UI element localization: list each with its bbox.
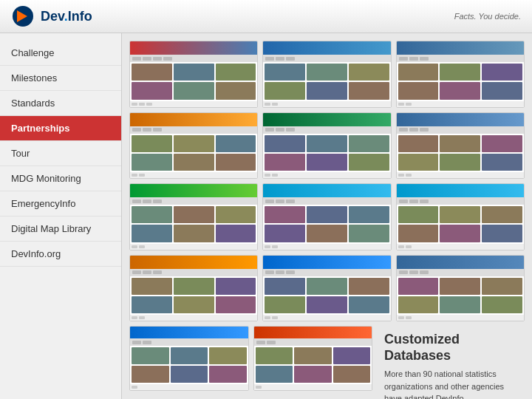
thumbnail-5[interactable] (262, 112, 391, 180)
bottom-area: Customized Databases More than 90 nation… (129, 326, 525, 399)
sidebar-item-standards[interactable]: Standards (0, 91, 121, 116)
thumbnail-1[interactable] (129, 41, 258, 108)
sidebar-item-emergency-info[interactable]: EmergencyInfo (0, 191, 121, 216)
thumbnail-9[interactable] (396, 183, 525, 250)
thumbnail-8[interactable] (262, 183, 391, 250)
sidebar-item-milestones[interactable]: Milestones (0, 66, 121, 91)
info-title: Customized Databases (384, 332, 517, 364)
sidebar-item-challenge[interactable]: Challenge (0, 41, 121, 66)
header: Dev.Info Facts. You decide. (0, 0, 532, 33)
main-layout: Challenge Milestones Standards Partnersh… (0, 33, 532, 399)
thumbnail-grid (129, 41, 525, 321)
content-area: Customized Databases More than 90 nation… (122, 33, 532, 399)
thumbnail-11[interactable] (262, 255, 391, 322)
thumbnail-4[interactable] (129, 112, 258, 180)
sidebar-item-tour[interactable]: Tour (0, 141, 121, 166)
info-description: More than 90 national statistics organiz… (384, 368, 517, 399)
bottom-thumbnails (129, 326, 372, 391)
thumbnail-6[interactable] (396, 112, 525, 180)
devinfo-logo-icon (11, 4, 35, 28)
sidebar-item-mdg-monitoring[interactable]: MDG Monitoring (0, 166, 121, 191)
thumbnail-13[interactable] (129, 326, 249, 391)
info-box: Customized Databases More than 90 nation… (377, 326, 525, 399)
header-tagline: Facts. You decide. (454, 12, 521, 21)
logo-text: Dev.Info (41, 9, 92, 24)
sidebar-item-devinfo-org[interactable]: DevInfo.org (0, 242, 121, 267)
sidebar-item-partnerships[interactable]: Partnerships (0, 116, 121, 141)
sidebar-item-digital-map-library[interactable]: Digital Map Library (0, 216, 121, 242)
thumbnail-10[interactable] (129, 255, 258, 322)
thumbnail-12[interactable] (396, 255, 525, 322)
thumbnail-14[interactable] (253, 326, 373, 391)
sidebar: Challenge Milestones Standards Partnersh… (0, 33, 122, 399)
thumbnail-2[interactable] (262, 41, 391, 108)
logo-area: Dev.Info (11, 4, 92, 28)
thumbnail-3[interactable] (396, 41, 525, 108)
thumbnail-7[interactable] (129, 183, 258, 250)
